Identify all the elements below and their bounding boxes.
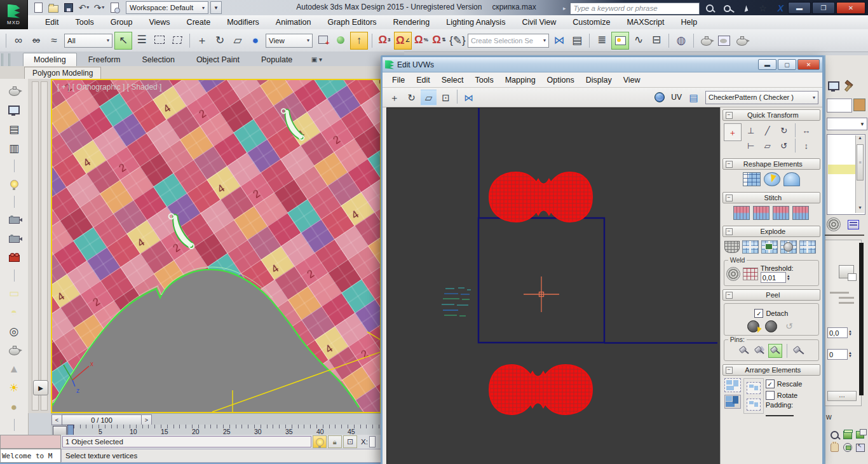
- transform-type-in-icon[interactable]: ⊡: [343, 435, 357, 448]
- uv-channel-label[interactable]: UV: [671, 93, 682, 102]
- weld-target-icon[interactable]: [726, 268, 740, 280]
- select-and-rotate-icon[interactable]: ↻: [212, 32, 228, 49]
- stitch-average-icon[interactable]: [752, 206, 770, 220]
- collapse-icon[interactable]: −: [726, 228, 733, 235]
- layer-manager-icon[interactable]: ≣: [593, 32, 610, 48]
- previous-frame-button[interactable]: <: [51, 414, 62, 425]
- browse-button[interactable]: …: [827, 391, 857, 401]
- save-file-icon[interactable]: [62, 1, 75, 14]
- wire-teapot-icon[interactable]: [5, 343, 23, 357]
- show-map-globe-icon[interactable]: [651, 90, 667, 106]
- uv-scale-icon[interactable]: ▱: [421, 90, 437, 106]
- uv-edit-canvas[interactable]: [386, 107, 720, 464]
- maxscript-macro-recorder-line[interactable]: [0, 435, 61, 449]
- ribbon-display-dropdown[interactable]: ▣ ▾: [310, 53, 323, 66]
- tab-freeform[interactable]: Freeform: [78, 53, 131, 66]
- parameter-spinner-2[interactable]: 0: [827, 349, 848, 360]
- menu-group[interactable]: Group: [102, 17, 141, 28]
- orbit-icon[interactable]: [841, 442, 853, 453]
- qt-align-horizontal-icon[interactable]: ⊢: [743, 139, 759, 153]
- modifier-stack-list[interactable]: ▲ ≡ ▼: [827, 134, 865, 215]
- menu-views[interactable]: Views: [140, 17, 178, 28]
- zoom-extents-all-icon[interactable]: [854, 429, 866, 440]
- edit-named-selection-sets-icon[interactable]: {✎}: [449, 32, 466, 49]
- spinner-arrows-icon[interactable]: ▲▼: [848, 330, 852, 336]
- break-by-smoothing-icon[interactable]: [780, 240, 797, 254]
- pin-cursor-icon[interactable]: [792, 345, 804, 357]
- qt-space-horizontal-icon[interactable]: ↔: [799, 123, 814, 137]
- rotate-checkbox[interactable]: [766, 391, 775, 400]
- relax-until-flat-icon[interactable]: [763, 172, 781, 186]
- render-setup-dialog-icon[interactable]: ▤: [5, 122, 23, 137]
- pan-hand-icon[interactable]: [829, 442, 841, 453]
- quick-peel-icon[interactable]: [747, 320, 760, 332]
- undo-icon-dropdown-arrow[interactable]: ▾: [86, 5, 89, 10]
- redo-icon-dropdown-arrow[interactable]: ▾: [102, 5, 104, 10]
- rollout-header[interactable]: − Stitch: [722, 192, 820, 203]
- collapse-icon[interactable]: −: [726, 367, 733, 374]
- search-input[interactable]: Type a keyword or phrase: [570, 3, 700, 15]
- pin-stack-icon[interactable]: [827, 218, 841, 231]
- plane-light-icon[interactable]: ▭: [5, 286, 23, 301]
- stitch-source-icon[interactable]: [792, 206, 810, 220]
- texture-checker-dropdown[interactable]: CheckerPattern ( Checker )▾: [705, 91, 818, 104]
- keyboard-shortcut-override-icon[interactable]: ↑: [350, 32, 368, 50]
- favorites-icon[interactable]: ☆: [757, 2, 770, 15]
- dialog-maximize-button[interactable]: ▢: [778, 59, 796, 70]
- collapse-icon[interactable]: −: [726, 292, 733, 299]
- panel-scroll-gutter[interactable]: [859, 243, 864, 395]
- uv-move-icon[interactable]: ＋: [386, 90, 402, 106]
- uv-freeform-icon[interactable]: ⊡: [438, 90, 454, 106]
- ring-light-icon[interactable]: ◎: [5, 324, 23, 339]
- spinner-arrows-icon[interactable]: ▲▼: [848, 351, 852, 358]
- geometry-cube-icon[interactable]: [839, 265, 854, 278]
- qt-space-vertical-icon[interactable]: ↕: [799, 139, 814, 153]
- percent-snap-icon[interactable]: Ω%: [413, 32, 430, 48]
- menu-customize[interactable]: Customize: [564, 17, 618, 28]
- uv-mirror-icon[interactable]: ⋈: [461, 90, 477, 106]
- reshape-dome-icon[interactable]: [783, 172, 801, 186]
- rollout-header[interactable]: − Reshape Elements: [722, 158, 820, 170]
- qt-align-vertical-icon[interactable]: ⊥: [743, 123, 759, 137]
- zoom-extents-icon[interactable]: [841, 429, 853, 440]
- pin-multi-icon[interactable]: [753, 345, 766, 357]
- scroll-up-icon[interactable]: ▲: [856, 135, 864, 143]
- menu-view[interactable]: View: [618, 74, 646, 86]
- scrollbar-thumb[interactable]: ≡: [857, 144, 864, 181]
- snaps-toggle-icon[interactable]: Ω3: [376, 32, 393, 48]
- dome-light-icon[interactable]: ◓: [5, 305, 23, 320]
- peel-mode-icon[interactable]: [765, 320, 778, 332]
- display-panel-tab-icon[interactable]: [827, 79, 840, 92]
- weld-threshold-field[interactable]: 0,01: [761, 272, 786, 283]
- unlink-selection-icon[interactable]: ∞: [28, 32, 44, 49]
- rollout-header[interactable]: − Quick Transform: [722, 109, 820, 121]
- video-camera-icon[interactable]: [5, 250, 23, 265]
- search-expand-icon[interactable]: ▸: [563, 5, 566, 11]
- selection-lock-toggle[interactable]: 🔒︎: [328, 435, 342, 448]
- perspective-viewport[interactable]: [ + ] [ Orthographic ] [ Shaded ] 2 4: [51, 79, 381, 413]
- tab-populate[interactable]: Populate: [251, 53, 302, 66]
- select-object-icon[interactable]: ↖: [114, 32, 132, 50]
- exchange-icon[interactable]: X: [775, 2, 787, 15]
- bind-to-space-warp-icon[interactable]: ≈: [46, 32, 62, 49]
- named-selection-set-input[interactable]: Create Selection Se▾: [468, 34, 549, 48]
- communication-center-icon[interactable]: [739, 2, 752, 15]
- rollout-header[interactable]: − Explode: [722, 226, 820, 237]
- window-crossing-icon[interactable]: [169, 32, 186, 48]
- use-pivot-point-center-icon[interactable]: [315, 32, 331, 48]
- render-production-icon[interactable]: [733, 32, 750, 49]
- menu-mapping[interactable]: Mapping: [499, 74, 541, 86]
- render-presets-icon[interactable]: ▥: [5, 141, 23, 156]
- break-by-table-icon[interactable]: [761, 240, 778, 254]
- collapse-icon[interactable]: −: [726, 194, 733, 201]
- modifier-stack-selected-row[interactable]: [828, 165, 856, 174]
- selection-filter-dropdown[interactable]: All▾: [64, 34, 112, 48]
- sign-in-icon[interactable]: [721, 2, 734, 15]
- menu-tools[interactable]: Tools: [469, 74, 499, 86]
- padding-field[interactable]: [766, 409, 794, 416]
- menu-modifiers[interactable]: Modifiers: [219, 17, 268, 28]
- rollout-header[interactable]: − Peel: [722, 289, 820, 301]
- time-slider[interactable]: 0 / 100: [62, 414, 142, 425]
- uv-rotate-icon[interactable]: ↻: [403, 90, 419, 106]
- next-frame-button[interactable]: >: [141, 414, 152, 425]
